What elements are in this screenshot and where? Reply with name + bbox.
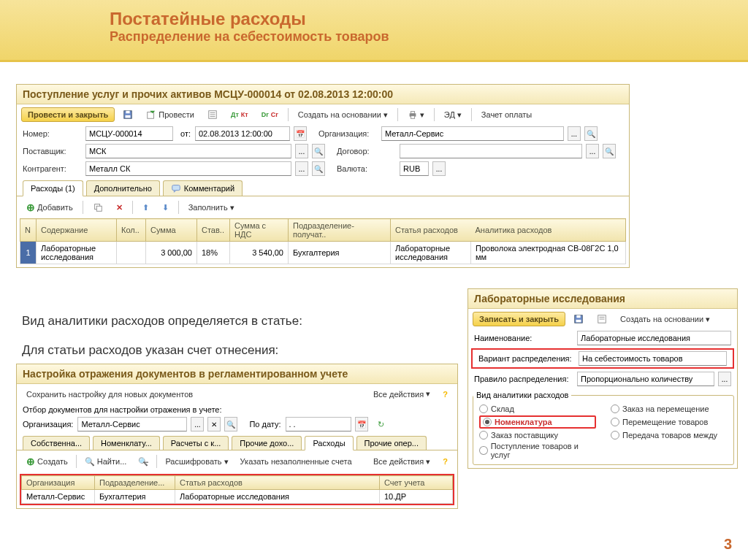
art-name-field[interactable] (577, 331, 731, 345)
contract-select-button[interactable]: ... (586, 144, 599, 158)
tab-nomen[interactable]: Номенклату... (93, 436, 160, 450)
radio-label: Перемещение товаров (622, 418, 708, 426)
report-button[interactable] (202, 107, 223, 122)
currency-field[interactable] (400, 161, 429, 176)
move-down-button[interactable]: ⬇ (157, 201, 174, 215)
radio-номенклатура[interactable]: Номенклатура (479, 415, 596, 429)
radio-перемещение-товаров[interactable]: Перемещение товаров (611, 415, 728, 429)
unfilled-accounts-button[interactable]: Указать незаполненные счета (235, 455, 357, 468)
rule-field[interactable] (577, 372, 714, 386)
dtkt-button[interactable]: ДтКт (226, 109, 253, 120)
payment-offset-button[interactable]: Зачет оплаты (476, 108, 537, 121)
label-rule: Правило распределения: (474, 375, 573, 383)
tab-other-income[interactable]: Прочие дохо... (232, 436, 302, 450)
table-row[interactable]: Металл-Сервис Бухгалтерия Лабораторные и… (22, 490, 453, 504)
analytics-group: Вид аналитики расходов СкладЗаказ на пер… (473, 391, 734, 465)
org-filter-open[interactable]: 🔍 (224, 417, 237, 431)
todate-cal-button[interactable]: 📅 (355, 417, 368, 431)
org-open-button[interactable]: 🔍 (584, 126, 598, 141)
magnifier-icon: 🔍 (85, 457, 95, 467)
find-button[interactable]: 🔍Найти... (80, 455, 132, 469)
supplier-open-button[interactable]: 🔍 (312, 144, 325, 158)
plus-icon: ⊕ (26, 456, 35, 467)
article-card-pane: Лабораторные исследования Записать и зак… (468, 288, 738, 469)
save-for-new-button[interactable]: Сохранить настройку для новых документов (21, 388, 198, 401)
copy-row-button[interactable] (88, 200, 108, 215)
diskette-icon (573, 314, 584, 324)
save-button-2[interactable] (568, 312, 589, 326)
radio-поступление-товаров-и-услуг[interactable]: Поступление товаров и услуг (479, 442, 596, 459)
label-art-name: Наименование: (474, 334, 573, 342)
post-and-close-button[interactable]: Провести и закрыть (21, 107, 115, 122)
date-field[interactable] (195, 126, 290, 141)
save-button[interactable] (118, 107, 138, 122)
help-button-2[interactable]: ? (438, 455, 453, 468)
currency-select-button[interactable]: ... (432, 161, 446, 176)
table-row[interactable]: 1 Лабораторные исследования 3 000,00 18%… (20, 242, 626, 264)
tab-own[interactable]: Собственна... (23, 436, 90, 450)
svg-rect-18 (576, 315, 580, 318)
move-up-button[interactable]: ⬆ (137, 201, 154, 215)
arrow-down-icon: ⬇ (162, 203, 169, 212)
number-field[interactable] (85, 126, 173, 141)
add-row-button[interactable]: ⊕ Добавить (21, 199, 78, 215)
help-button[interactable]: ? (438, 388, 453, 401)
tab-other-ops[interactable]: Прочие опер... (356, 436, 427, 450)
supplier-field[interactable] (85, 144, 291, 158)
create-button[interactable]: ⊕Создать (21, 453, 73, 469)
radio-склад[interactable]: Склад (479, 404, 596, 413)
save-and-close-button[interactable]: Записать и закрыть (473, 312, 565, 326)
tab-settlements[interactable]: Расчеты с к... (163, 436, 229, 450)
document-title: Поступление услуг и прочих активов МСЦУ-… (17, 85, 629, 104)
org-filter-clear[interactable]: ✕ (207, 417, 221, 431)
help-icon: ? (443, 390, 448, 399)
contract-field[interactable] (400, 144, 582, 158)
decode-button[interactable]: Расшифровать ▾ (160, 455, 233, 469)
tab-expenses[interactable]: Расходы (1) (23, 180, 83, 196)
todate-field[interactable] (286, 417, 351, 431)
clear-find-button[interactable]: 🔍̶ (133, 455, 153, 469)
radio-заказ-на-перемещение[interactable]: Заказ на перемещение (611, 404, 728, 413)
diskette-icon (123, 110, 133, 120)
delete-row-button[interactable]: ✕ (111, 201, 128, 215)
tab-comment[interactable]: Комментарий (163, 180, 243, 196)
contractor-field[interactable] (85, 161, 291, 176)
label-contractor: Контрагент: (23, 164, 81, 173)
page-subtitle: Распределение на себестоимость товаров (110, 29, 748, 45)
print-button[interactable]: ▾ (402, 107, 430, 122)
calendar-button[interactable]: 📅 (294, 126, 307, 141)
org-filter-select[interactable]: ... (191, 417, 204, 431)
org-field[interactable] (381, 126, 564, 141)
tab-expenses2[interactable]: Расходы (305, 436, 353, 450)
radio-icon (479, 404, 488, 413)
contractor-open-button[interactable]: 🔍 (312, 161, 325, 176)
org-filter-field[interactable] (77, 417, 187, 431)
org-select-button[interactable]: ... (568, 126, 581, 141)
report-button-2[interactable] (592, 312, 612, 326)
all-actions-button[interactable]: Все действия ▾ (368, 387, 435, 401)
x-icon: ✕ (116, 203, 123, 212)
variant-field[interactable] (579, 351, 727, 366)
contractor-select-button[interactable]: ... (295, 161, 308, 176)
ed-button[interactable]: ЭД ▾ (439, 108, 467, 122)
header-band: Постатейные расходы Распределение на себ… (0, 0, 748, 62)
radio-заказ-поставщику[interactable]: Заказ поставщику (479, 431, 596, 440)
contract-open-button[interactable]: 🔍 (603, 144, 616, 158)
rule-select-button[interactable]: ... (718, 372, 731, 386)
tab-additional[interactable]: Дополнительно (86, 180, 160, 196)
radio-передача-товаров-между[interactable]: Передача товаров между (611, 431, 728, 440)
fill-button[interactable]: Заполнить ▾ (183, 201, 240, 215)
create-based-button-2[interactable]: Создать на основании ▾ (615, 312, 715, 326)
page-title: Постатейные расходы (110, 9, 748, 29)
create-based-button[interactable]: Создать на основании ▾ (293, 108, 393, 122)
all-actions-button-2[interactable]: Все действия ▾ (368, 455, 435, 469)
refresh-button[interactable]: ↻ (373, 418, 389, 431)
supplier-select-button[interactable]: ... (295, 144, 308, 158)
radio-label: Поступление товаров и услуг (491, 442, 596, 459)
label-from: от: (180, 129, 191, 138)
post-button[interactable]: Провести (141, 107, 199, 122)
document-pane: Поступление услуг и прочих активов МСЦУ-… (16, 84, 630, 268)
svg-rect-12 (411, 116, 414, 119)
drcr-button[interactable]: DrCr (256, 109, 283, 120)
magnifier-x-icon: 🔍̶ (138, 457, 148, 467)
